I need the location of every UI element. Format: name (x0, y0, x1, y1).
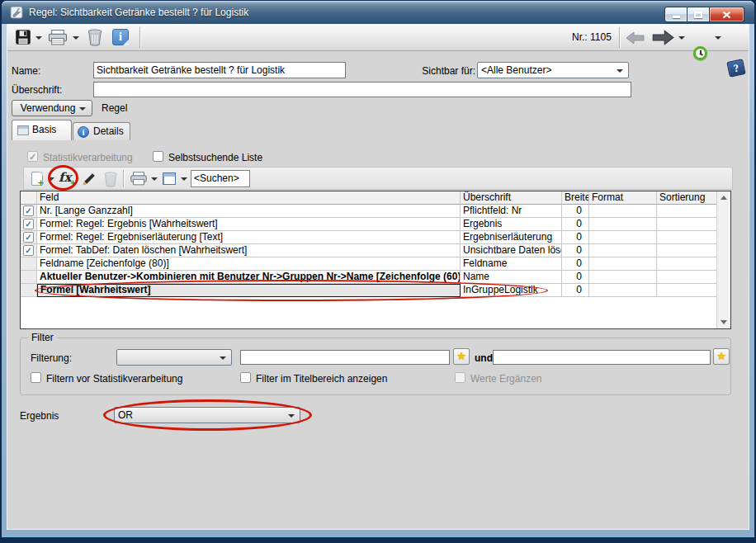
search-input[interactable]: <Suchen> (191, 170, 250, 187)
cell-breite[interactable]: 0 (562, 284, 589, 297)
header-sortierung[interactable]: Sortierung (657, 191, 716, 205)
statistikverarbeitung-checkbox[interactable]: ✓ (27, 151, 38, 162)
filterung-combobox[interactable] (116, 349, 232, 366)
cell-breite[interactable]: 0 (562, 244, 589, 257)
cell-breite[interactable]: 0 (562, 205, 589, 218)
name-input[interactable] (93, 62, 346, 78)
row-select-cell[interactable]: ✓ (21, 231, 37, 244)
cell-feld[interactable]: Formel: Regel: Ergebniserläuterung [Text… (37, 231, 461, 244)
cell-format[interactable] (589, 218, 657, 231)
info-icon[interactable]: i (112, 29, 129, 45)
cell-ueberschrift[interactable]: Name (461, 271, 562, 284)
cell-sortierung[interactable] (657, 231, 716, 244)
cell-feld[interactable]: Formel: Regel: Ergebnis [Wahrheitswert] (37, 218, 461, 231)
print-list-icon[interactable] (130, 171, 148, 187)
cell-sortierung[interactable] (657, 244, 716, 257)
filter-expression-input-2[interactable] (493, 350, 711, 365)
add-field-dropdown-icon[interactable] (48, 177, 54, 181)
minimize-button[interactable] (664, 7, 687, 22)
star-button-1[interactable]: ★ (453, 348, 470, 365)
formula-add-button[interactable]: fx + (59, 170, 78, 187)
cell-sortierung[interactable] (657, 205, 716, 218)
print-list-dropdown-icon[interactable] (151, 177, 158, 181)
row-select-cell[interactable]: ✓ (21, 218, 37, 231)
table-dropdown-icon[interactable] (181, 177, 187, 181)
header-format[interactable]: Format (589, 191, 657, 205)
cell-breite[interactable]: 0 (562, 271, 589, 284)
verwendung-button[interactable]: Verwendung (12, 100, 92, 116)
cell-format[interactable] (589, 231, 657, 244)
cell-ueberschrift[interactable]: Feldname (461, 257, 562, 271)
cell-breite[interactable]: 0 (562, 218, 589, 231)
save-icon[interactable] (14, 28, 32, 46)
checkbox-checked-icon[interactable]: ✓ (23, 245, 34, 256)
cell-feld[interactable]: Formel [Wahrheitswert] (37, 284, 461, 297)
scroll-down-icon[interactable] (717, 315, 731, 328)
cell-ueberschrift[interactable]: Pflichtfeld: Nr (461, 205, 562, 218)
table-row-selected[interactable]: Formel [Wahrheitswert] InGruppeLogistik … (21, 284, 716, 297)
table-scrollbar[interactable] (716, 191, 730, 328)
tab-basis[interactable]: Basis (12, 120, 72, 140)
cell-breite[interactable]: 0 (562, 231, 589, 244)
maximize-button[interactable] (687, 7, 710, 22)
forward-dropdown-icon[interactable] (678, 36, 685, 40)
cell-ueberschrift[interactable]: Unsichtbare Daten lösch (461, 244, 562, 257)
print-icon[interactable] (47, 29, 69, 46)
cell-sortierung[interactable] (657, 218, 716, 231)
ergebnis-combobox[interactable]: OR (114, 407, 300, 423)
checkbox-checked-icon[interactable]: ✓ (23, 205, 34, 216)
row-select-cell[interactable]: ✓ (21, 205, 37, 218)
history-icon[interactable] (693, 46, 707, 60)
selbstsuchende-liste-checkbox[interactable] (153, 151, 163, 162)
table-row[interactable]: ✓ Formel: Regel: Ergebnis [Wahrheitswert… (21, 218, 716, 231)
cell-sortierung[interactable] (657, 257, 716, 271)
cell-feld[interactable]: Formel: TabDef: Daten löschen [Wahrheits… (37, 244, 461, 257)
save-dropdown-icon[interactable] (35, 36, 42, 40)
header-ueberschrift[interactable]: Überschrift (461, 191, 562, 205)
header-feld[interactable]: Feld (37, 191, 461, 205)
back-icon[interactable] (626, 31, 645, 45)
scroll-up-icon[interactable] (717, 191, 731, 205)
cell-format[interactable] (589, 244, 657, 257)
cell-format[interactable] (589, 271, 657, 284)
checkbox-checked-icon[interactable]: ✓ (23, 219, 34, 229)
cell-ueberschrift[interactable]: Ergebnis (461, 218, 562, 231)
cell-feld[interactable]: Nr. [Lange Ganzzahl] (37, 205, 461, 218)
delete-field-icon[interactable] (102, 171, 119, 188)
cell-feld[interactable]: Feldname [Zeichenfolge (80)] (37, 257, 461, 271)
table-row[interactable]: ✓ Nr. [Lange Ganzzahl] Pflichtfeld: Nr 0 (21, 205, 716, 218)
field-table[interactable]: Feld Überschrift Breite Format Sortierun… (20, 191, 731, 329)
row-select-cell[interactable]: ✓ (21, 244, 37, 257)
trash-icon[interactable] (86, 28, 104, 47)
cell-sortierung[interactable] (657, 271, 716, 284)
tab-details[interactable]: i Details (73, 122, 130, 140)
cell-format[interactable] (589, 257, 657, 271)
print-dropdown-icon[interactable] (73, 36, 79, 40)
cell-format[interactable] (589, 205, 657, 218)
table-icon[interactable] (163, 172, 176, 185)
cell-sortierung[interactable] (657, 284, 716, 297)
werte-ergaenzen-checkbox[interactable] (455, 372, 465, 383)
forward-icon[interactable] (651, 30, 674, 45)
history-dropdown-icon[interactable] (715, 36, 721, 40)
cell-feld[interactable]: Aktueller Benutzer->Kombinieren mit Benu… (37, 271, 461, 284)
edit-pencil-icon[interactable] (82, 172, 97, 187)
titlebar[interactable]: Regel: Sichtbarkeit Getränke bestellt ? … (2, 1, 754, 24)
filter-expression-input-1[interactable] (240, 350, 450, 365)
table-row[interactable]: Aktueller Benutzer->Kombinieren mit Benu… (21, 271, 716, 284)
help-icon[interactable]: ? (726, 59, 746, 78)
close-button[interactable] (710, 7, 744, 22)
row-select-cell[interactable] (21, 271, 37, 284)
sichtbar-fuer-combobox[interactable]: <Alle Benutzer> (477, 62, 629, 78)
cell-breite[interactable]: 0 (562, 257, 589, 271)
cell-ueberschrift[interactable]: Ergebniserläuterung (461, 231, 562, 244)
table-row[interactable]: ✓ Formel: Regel: Ergebniserläuterung [Te… (21, 231, 716, 244)
filtern-vor-statistik-checkbox[interactable] (31, 372, 41, 383)
cell-format[interactable] (589, 284, 657, 297)
table-row[interactable]: Feldname [Zeichenfolge (80)] Feldname 0 (21, 257, 716, 271)
checkbox-checked-icon[interactable]: ✓ (23, 232, 34, 243)
header-breite[interactable]: Breite (562, 191, 589, 205)
table-row[interactable]: ✓ Formel: TabDef: Daten löschen [Wahrhei… (21, 244, 716, 257)
filter-titelbereich-checkbox[interactable] (240, 372, 251, 383)
cell-ueberschrift[interactable]: InGruppeLogistik (461, 284, 562, 297)
